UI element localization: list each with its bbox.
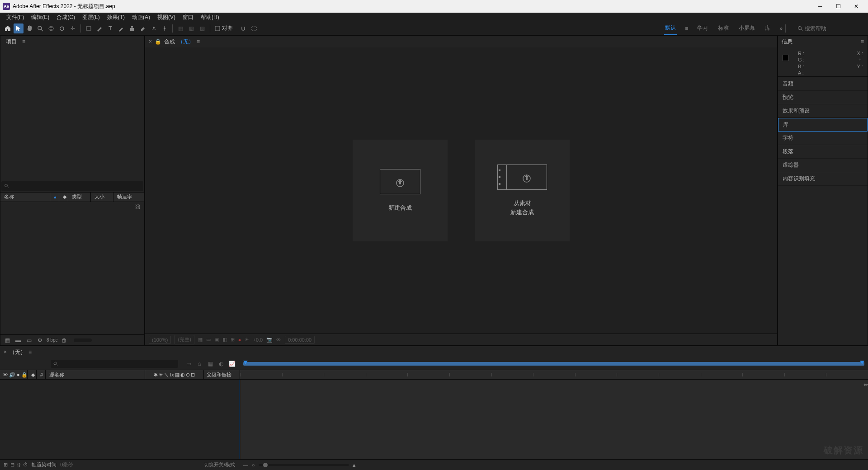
flowchart-icon[interactable]: ⛓: [135, 204, 141, 210]
project-col-sort-icon[interactable]: ▴: [50, 193, 59, 202]
workspace-default[interactable]: 默认: [664, 21, 677, 35]
timeline-toggle-render-icon[interactable]: ⏱: [23, 462, 28, 468]
brush-tool[interactable]: [116, 24, 126, 33]
project-col-type[interactable]: 类型: [68, 193, 91, 202]
side-panel-paragraph[interactable]: 段落: [778, 145, 868, 159]
timeline-toggle-switches-icon[interactable]: ⊞: [4, 462, 8, 468]
timeline-shy-btn[interactable]: ⌂: [195, 360, 203, 368]
home-button[interactable]: [3, 24, 13, 33]
menu-view[interactable]: 视图(V): [154, 13, 179, 22]
comp-mask-icon[interactable]: ●: [238, 337, 241, 343]
comp-zoom-dropdown[interactable]: (100%): [149, 336, 171, 344]
axis-mode-local[interactable]: ▦: [175, 24, 185, 33]
new-comp-icon[interactable]: ▭: [25, 336, 33, 344]
side-panel-effects[interactable]: 效果和预设: [778, 104, 868, 118]
timeline-comp-btn[interactable]: ▭: [184, 360, 193, 368]
menu-animation[interactable]: 动画(A): [128, 13, 154, 22]
search-help[interactable]: [797, 25, 865, 32]
side-panel-preview[interactable]: 预览: [778, 91, 868, 104]
panel-menu-icon[interactable]: ≡: [861, 38, 864, 45]
axis-mode-view[interactable]: ▨: [197, 24, 207, 33]
comp-footer-icon[interactable]: ◧: [222, 337, 227, 343]
timeline-layer-list[interactable]: [0, 380, 240, 459]
maximize-button[interactable]: ☐: [829, 0, 847, 13]
side-panel-library[interactable]: 库: [778, 118, 868, 132]
playhead[interactable]: [240, 380, 240, 459]
selection-tool[interactable]: [14, 24, 24, 33]
comp-footer-icon[interactable]: ▣: [214, 337, 219, 343]
timeline-tab-close-icon[interactable]: ×: [4, 349, 7, 355]
text-tool[interactable]: T: [105, 24, 115, 33]
snap-magnet-icon[interactable]: [238, 24, 248, 33]
side-panel-character[interactable]: 字符: [778, 132, 868, 145]
timeline-tab-menu-icon[interactable]: ≡: [28, 349, 32, 355]
timeline-tab-label[interactable]: （无）: [9, 348, 26, 356]
rectangle-tool[interactable]: [84, 24, 94, 33]
workspace-standard[interactable]: 标准: [717, 22, 730, 35]
anchor-tool[interactable]: ✛: [68, 24, 78, 33]
hand-tool[interactable]: [24, 24, 34, 33]
menu-help[interactable]: 帮助(H): [197, 13, 223, 22]
menu-file[interactable]: 文件(F): [3, 13, 28, 22]
menu-effect[interactable]: 效果(T): [104, 13, 128, 22]
workspace-learn[interactable]: 学习: [696, 22, 709, 35]
new-comp-from-footage-card[interactable]: 从素材新建合成: [475, 140, 570, 241]
timeline-zoom-slider[interactable]: — ○ ▲: [243, 462, 864, 468]
timeline-col-label[interactable]: ◆: [27, 370, 36, 379]
comp-tab-close-icon[interactable]: ×: [149, 38, 152, 45]
timeline-col-parent[interactable]: 父级和链接: [203, 370, 240, 379]
axis-mode-world[interactable]: ▧: [186, 24, 196, 33]
trash-icon[interactable]: 🗑: [60, 336, 68, 344]
project-col-size[interactable]: 大小: [91, 193, 113, 202]
timeline-work-area-bar[interactable]: [243, 362, 864, 366]
zoom-out-icon[interactable]: —: [243, 462, 248, 468]
comp-show-snapshot-icon[interactable]: 👁: [276, 337, 281, 343]
eraser-tool[interactable]: [138, 24, 148, 33]
panel-menu-icon[interactable]: ≡: [22, 38, 25, 45]
side-panel-tracker[interactable]: 跟踪器: [778, 159, 868, 172]
timeline-toggle-modes-icon[interactable]: ⊟: [10, 462, 14, 468]
zoom-tool[interactable]: [35, 24, 45, 33]
timeline-col-source[interactable]: 源名称: [45, 370, 145, 379]
roto-tool[interactable]: [149, 24, 159, 33]
menu-edit[interactable]: 编辑(E): [28, 13, 53, 22]
comp-exposure-icon[interactable]: ☀: [245, 337, 249, 343]
project-col-label-icon[interactable]: ◆: [59, 193, 68, 202]
menu-window[interactable]: 窗口: [179, 13, 197, 22]
project-col-name[interactable]: 名称: [0, 193, 50, 202]
project-search[interactable]: [1, 181, 143, 191]
info-panel-tab[interactable]: 信息: [782, 38, 793, 46]
orbit-tool[interactable]: [46, 24, 56, 33]
timeline-side-handle-icon[interactable]: ⇔: [863, 381, 868, 388]
comp-tab-menu-icon[interactable]: ≡: [197, 38, 200, 45]
search-help-input[interactable]: [805, 25, 850, 32]
timeline-search[interactable]: [51, 360, 178, 368]
new-composition-card[interactable]: 新建合成: [353, 140, 448, 241]
switch-mode-toggle[interactable]: 切换开关/模式: [204, 461, 235, 468]
close-button[interactable]: ✕: [847, 0, 865, 13]
project-settings-icon[interactable]: ⚙: [36, 336, 44, 344]
rotation-tool[interactable]: [57, 24, 67, 33]
comp-tab-label[interactable]: 合成: [164, 38, 175, 46]
new-folder-icon[interactable]: ▬: [14, 336, 22, 344]
comp-snapshot-icon[interactable]: 📷: [266, 337, 273, 343]
puppet-tool[interactable]: [160, 24, 170, 33]
snap-bounds-icon[interactable]: [249, 24, 259, 33]
workspace-menu-icon[interactable]: ≡: [685, 25, 688, 32]
comp-exposure-value[interactable]: +0.0: [253, 337, 263, 343]
comp-timecode[interactable]: 0:00:00:00: [285, 336, 315, 344]
project-col-fps[interactable]: 帧速率: [113, 193, 144, 202]
timeline-col-num[interactable]: #: [36, 370, 45, 379]
zoom-in-icon[interactable]: ▲: [352, 462, 357, 468]
comp-lock-icon[interactable]: 🔒: [155, 38, 161, 45]
project-panel-tab[interactable]: 项目: [4, 37, 19, 47]
workspace-small[interactable]: 小屏幕: [738, 22, 756, 35]
workspace-library[interactable]: 库: [764, 22, 771, 35]
timeline-ruler[interactable]: [240, 370, 868, 379]
side-panel-content-aware[interactable]: 内容识别填充: [778, 172, 868, 186]
timeline-av-toggles[interactable]: 👁🔊●🔒: [0, 372, 27, 378]
comp-resolution-dropdown[interactable]: (完整): [175, 335, 194, 344]
pen-tool[interactable]: [94, 24, 104, 33]
timeline-track-area[interactable]: ⇔: [240, 380, 868, 459]
interpret-footage-icon[interactable]: ▦: [3, 336, 11, 344]
